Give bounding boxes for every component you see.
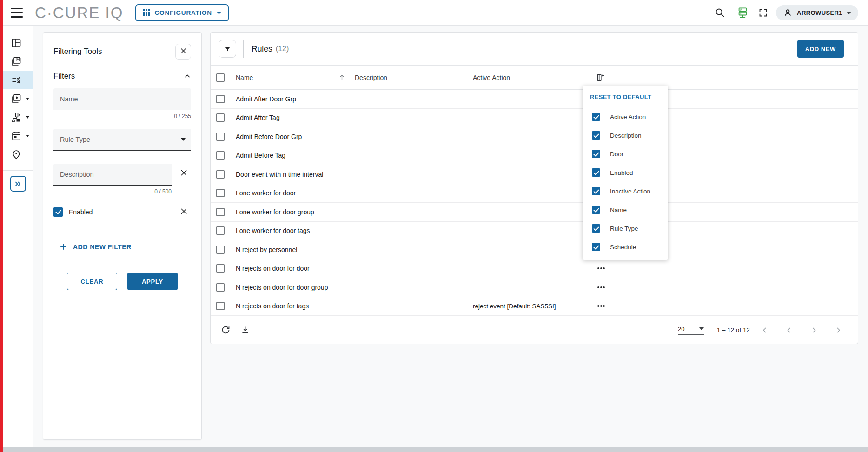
checkbox-checked-icon[interactable]	[592, 224, 600, 233]
checkbox-checked-icon[interactable]	[592, 131, 600, 140]
column-option-schedule[interactable]: Schedule	[583, 238, 668, 256]
rule-type-filter-select[interactable]: Rule Type	[53, 129, 191, 151]
close-icon	[179, 207, 188, 216]
checkbox-checked-icon[interactable]	[592, 168, 600, 177]
column-header-active-action[interactable]: Active Action	[473, 74, 589, 81]
prev-page-button[interactable]	[784, 326, 794, 335]
row-checkbox[interactable]	[216, 133, 225, 141]
download-icon	[240, 325, 250, 335]
column-option-enabled[interactable]: Enabled	[583, 163, 668, 182]
add-new-button[interactable]: ADD NEW	[797, 40, 844, 58]
row-actions-button[interactable]	[595, 303, 607, 309]
sidebar-item-devices[interactable]	[3, 108, 33, 126]
name-filter-input[interactable]	[60, 95, 186, 103]
checkbox-checked-icon[interactable]	[592, 113, 600, 121]
column-option-rule-type[interactable]: Rule Type	[583, 219, 668, 238]
chevron-down-icon	[26, 98, 29, 100]
chevron-down-icon	[847, 12, 851, 14]
sidebar-item-maps[interactable]	[3, 145, 33, 164]
add-column-icon	[595, 73, 605, 83]
row-checkbox[interactable]	[216, 302, 225, 310]
chevron-up-icon[interactable]	[184, 73, 191, 80]
row-checkbox[interactable]	[216, 170, 225, 179]
column-header-name[interactable]: Name	[236, 74, 253, 81]
column-option-inactive-action[interactable]: Inactive Action	[583, 182, 668, 200]
remove-description-filter-button[interactable]	[179, 168, 188, 179]
add-new-filter-button[interactable]: ADD NEW FILTER	[59, 242, 132, 251]
sidebar-item-rules[interactable]	[3, 71, 33, 89]
fullscreen-icon[interactable]	[758, 8, 768, 18]
row-checkbox[interactable]	[216, 226, 225, 235]
row-checkbox[interactable]	[216, 264, 225, 273]
sort-asc-icon[interactable]	[338, 74, 345, 81]
table-row[interactable]: Lone worker for door	[211, 184, 858, 203]
user-menu-button[interactable]: ARROWUSER1	[776, 5, 858, 20]
next-page-button[interactable]	[809, 326, 819, 335]
table-row[interactable]: Lone worker for door group	[211, 203, 858, 222]
row-checkbox[interactable]	[216, 113, 225, 122]
configuration-menu-button[interactable]: CONFIGURATION	[135, 4, 229, 21]
page-title: Rules	[252, 44, 272, 54]
row-checkbox[interactable]	[216, 189, 225, 197]
search-icon[interactable]	[715, 7, 725, 18]
sidebar-item-video[interactable]	[3, 89, 33, 108]
chevron-down-icon	[181, 138, 186, 141]
table-row[interactable]: N reject by personnel	[211, 240, 858, 259]
table-row[interactable]: Admit After Door Grp	[211, 90, 858, 109]
row-actions-button[interactable]	[595, 265, 607, 272]
toggle-filters-button[interactable]	[219, 40, 236, 58]
checkbox-checked-icon[interactable]	[592, 206, 600, 214]
row-actions-button[interactable]	[595, 284, 607, 291]
checkbox-checked-icon[interactable]	[592, 243, 600, 251]
column-header-description[interactable]: Description	[355, 74, 473, 81]
row-actions-icon	[597, 286, 605, 289]
row-checkbox[interactable]	[216, 283, 225, 292]
first-page-button[interactable]	[759, 326, 769, 335]
column-option-door[interactable]: Door	[583, 145, 668, 163]
checkbox-checked-icon[interactable]	[592, 187, 600, 195]
sidebar-item-schedules[interactable]	[3, 126, 33, 145]
checkbox-checked-icon[interactable]	[592, 150, 600, 158]
select-all-checkbox[interactable]	[216, 73, 225, 82]
horizontal-scrollbar[interactable]	[3, 447, 868, 452]
sidebar-item-bookmarks[interactable]	[3, 52, 33, 71]
table-row[interactable]: N rejects on door for door group	[211, 278, 858, 297]
server-status-icon[interactable]	[736, 7, 749, 19]
table-row[interactable]: Admit After Tag	[211, 109, 858, 128]
record-count: (12)	[276, 45, 289, 53]
reset-to-default-button[interactable]: RESET TO DEFAULT	[583, 86, 659, 107]
description-filter-field[interactable]	[53, 164, 172, 186]
clear-button[interactable]: CLEAR	[67, 273, 117, 290]
description-filter-input[interactable]	[60, 171, 166, 178]
row-checkbox[interactable]	[216, 246, 225, 254]
name-filter-field[interactable]	[53, 88, 191, 110]
sidebar-divider	[3, 170, 33, 171]
column-option-active-action[interactable]: Active Action	[583, 107, 668, 126]
enabled-filter-checkbox[interactable]	[53, 207, 63, 217]
sidebar-expand-button[interactable]	[10, 176, 26, 192]
sidebar-item-dashboard[interactable]	[3, 33, 33, 52]
add-column-button[interactable]	[595, 73, 605, 83]
column-option-description[interactable]: Description	[583, 126, 668, 145]
last-page-button[interactable]	[835, 326, 844, 335]
table-row[interactable]: Admit Before Door Grp	[211, 127, 858, 146]
row-checkbox[interactable]	[216, 151, 225, 160]
download-button[interactable]	[240, 325, 250, 335]
row-checkbox[interactable]	[216, 95, 225, 103]
description-counter: 0 / 500	[53, 188, 172, 195]
close-filter-panel-button[interactable]	[175, 44, 191, 60]
topbar-actions: ARROWUSER1	[715, 5, 858, 20]
row-checkbox[interactable]	[216, 208, 225, 216]
table-row[interactable]: Admit Before Tag	[211, 146, 858, 166]
table-row[interactable]: Door event with n time interval	[211, 165, 858, 184]
column-option-name[interactable]: Name	[583, 200, 668, 219]
refresh-button[interactable]	[221, 325, 231, 335]
remove-enabled-filter-button[interactable]	[179, 207, 188, 217]
apply-button[interactable]: APPLY	[127, 273, 178, 290]
menu-icon[interactable]	[11, 8, 23, 18]
page-size-select[interactable]: 20	[678, 326, 704, 335]
table-row[interactable]: Lone worker for door tags	[211, 222, 858, 241]
table-row[interactable]: N rejects on door for tags reject event …	[211, 297, 858, 316]
last-page-icon	[835, 326, 844, 335]
table-row[interactable]: N rejects on door for door	[211, 259, 858, 279]
